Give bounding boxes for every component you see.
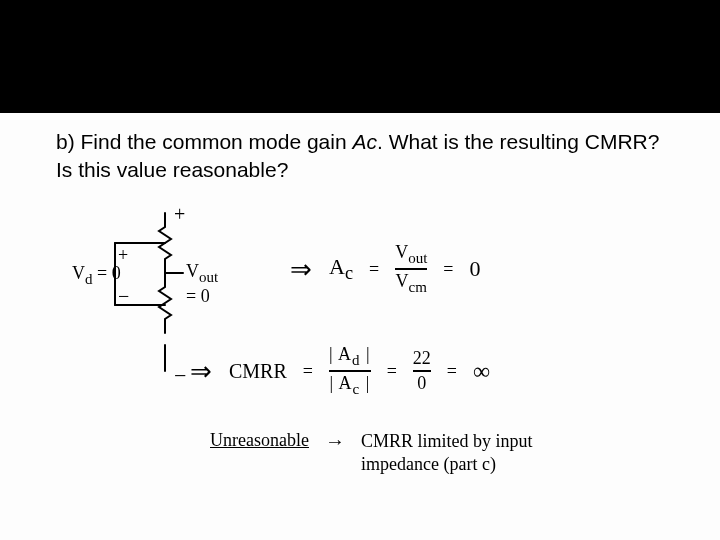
eq3: = — [447, 361, 457, 382]
slide: b) Find the common mode gain Ac. What is… — [0, 0, 720, 540]
fraction-22-0: 22 0 — [413, 349, 431, 393]
eq2: = — [443, 259, 453, 280]
ac-symbol: Ac — [329, 254, 353, 284]
frac-den: Vcm — [396, 272, 427, 295]
fraction-vout-vcm: Vout Vcm — [395, 243, 427, 296]
cmrr-result: ∞ — [473, 358, 490, 385]
question-prefix: b) Find the common mode gain — [56, 130, 352, 153]
title-bar — [0, 0, 720, 113]
eq: = — [303, 361, 313, 382]
ac-result: 0 — [470, 256, 481, 282]
frac-num: | Ad | — [329, 345, 371, 368]
handwritten-area: + − + − Vd = 0 Vout = 0 ⇒ Ac = Vout Vcm — [60, 195, 690, 510]
eq2: = — [387, 361, 397, 382]
question-variable: Ac — [352, 130, 377, 153]
question-text: b) Find the common mode gain Ac. What is… — [56, 128, 660, 185]
minus-bottom: − — [174, 363, 186, 389]
fraction-ad-ac: | Ad | | Ac | — [329, 345, 371, 398]
vd-label: Vd = 0 — [72, 263, 121, 288]
vout-label: Vout = 0 — [186, 261, 220, 307]
implies-icon-2: ⇒ — [190, 356, 213, 387]
eq: = — [369, 259, 379, 280]
val-num: 22 — [413, 349, 431, 368]
implies-icon: ⇒ — [290, 254, 313, 285]
equation-ac: ⇒ Ac = Vout Vcm = 0 — [290, 243, 481, 296]
arrow-icon: → — [325, 430, 345, 453]
reasonable-note: Unreasonable → CMRR limited by input imp… — [210, 430, 533, 475]
equation-cmrr: ⇒ CMRR = | Ad | | Ac | = 22 0 = ∞ — [190, 345, 490, 398]
plus-top: + — [174, 203, 185, 226]
note-lead: Unreasonable — [210, 430, 309, 451]
vd-minus: − — [118, 285, 129, 308]
note-rhs: CMRR limited by input impedance (part c) — [361, 430, 533, 475]
frac-num: Vout — [395, 243, 427, 266]
frac-den: | Ac | — [329, 374, 370, 397]
val-den: 0 — [417, 374, 426, 393]
cmrr-label: CMRR — [229, 360, 287, 383]
